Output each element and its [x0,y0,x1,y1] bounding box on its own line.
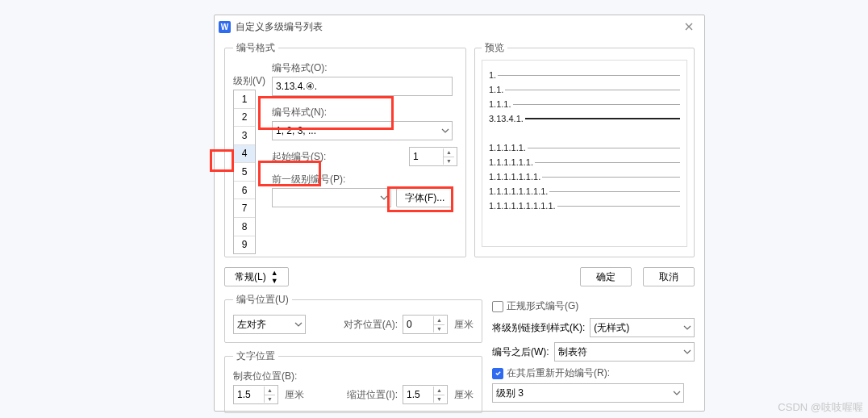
fieldset-legend: 编号格式 [233,41,278,55]
level-item-selected[interactable]: 4 [234,145,255,164]
restart-level-combo[interactable]: 级别 3 [492,383,684,403]
preview-line: 1.1.1. [489,99,511,109]
level-item[interactable]: 5 [234,163,255,182]
chevron-down-icon [683,346,691,357]
normal-button-label: 常规(L) [235,270,266,284]
font-button[interactable]: 字体(F)... [396,188,453,207]
tab-pos-spinner[interactable]: 1.5 ▲▼ [233,385,278,404]
titlebar: W 自定义多级编号列表 [215,15,704,38]
number-format-value: 3.13.4.④. [276,81,317,92]
align-combo[interactable]: 左对齐 [233,315,306,334]
align-pos-value: 0 [407,319,412,330]
app-icon: W [219,21,231,33]
unit-label: 厘米 [454,318,474,332]
spin-down-icon[interactable]: ▼ [433,395,444,403]
regular-form-option[interactable]: 正规形式编号(G) [492,299,695,313]
level-item[interactable]: 3 [234,127,255,145]
restart-option[interactable]: 在其后重新开始编号(R): [492,366,695,380]
align-pos-label: 对齐位置(A): [344,318,398,332]
preview-line: 3.13.4.1. [489,114,524,123]
start-at-label: 起始编号(S): [272,150,326,164]
level-list[interactable]: 1 2 3 4 5 6 7 8 9 [233,90,256,254]
fieldset-legend: 文字位置 [233,349,278,363]
preview-box: 1. 1.1. 1.1.1. 3.13.4.1. 1.1.1.1.1. 1.1.… [482,60,687,247]
link-style-combo[interactable]: (无样式) [590,318,695,337]
checkbox-icon [492,301,503,312]
level-item[interactable]: 7 [234,199,255,218]
indent-value: 1.5 [407,389,420,400]
preview-line: 1.1.1.1.1.1.1.1. [489,186,548,196]
preview-line: 1.1.1.1.1.1.1.1.1. [489,201,556,211]
prev-level-combo[interactable] [272,188,391,207]
chevron-down-icon [673,387,681,399]
number-style-value: 1, 2, 3, ... [276,125,316,136]
preview-line: 1.1.1.1.1.1.1. [489,172,540,182]
start-at-value: 1 [413,151,419,162]
align-value: 左对齐 [237,318,266,332]
tab-pos-label: 制表位位置(B): [233,370,474,383]
fieldset-legend: 编号位置(U) [233,293,292,307]
link-style-value: (无样式) [594,321,629,335]
after-number-value: 制表符 [558,345,587,359]
tab-pos-value: 1.5 [237,389,251,400]
number-style-combo[interactable]: 1, 2, 3, ... [272,121,453,140]
link-style-label: 将级别链接到样式(K): [492,321,585,335]
indent-spinner[interactable]: 1.5 ▲▼ [403,385,448,404]
preview-line: 1. [489,70,496,80]
cancel-button[interactable]: 取消 [643,267,695,286]
preview-line: 1.1. [489,85,503,94]
number-format-fieldset: 编号格式 级别(V) 1 2 3 4 5 6 7 8 9 [224,41,466,257]
level-item[interactable]: 8 [234,218,255,236]
number-position-fieldset: 编号位置(U) 左对齐 对齐位置(A): 0 ▲▼ 厘米 [224,293,482,343]
level-item[interactable]: 2 [234,109,255,127]
level-item[interactable]: 9 [234,236,255,254]
unit-label: 厘米 [454,388,474,402]
close-icon [685,23,693,31]
text-position-fieldset: 文字位置 制表位位置(B): 1.5 ▲▼ 厘米 缩进位置(I): 1.5 ▲▼ [224,349,482,413]
preview-fieldset: 预览 1. 1.1. 1.1.1. 3.13.4.1. 1.1.1.1.1. 1… [474,41,695,257]
align-pos-spinner[interactable]: 0 ▲▼ [403,315,448,334]
preview-line: 1.1.1.1.1.1. [489,157,533,167]
normal-button[interactable]: 常规(L) ▲▼ [224,267,289,286]
number-format-input[interactable]: 3.13.4.④. [272,77,453,96]
restart-label: 在其后重新开始编号(R): [507,366,610,380]
level-item[interactable]: 1 [234,90,255,109]
spin-up-icon[interactable]: ▲ [433,316,444,325]
updown-icon: ▲▼ [271,269,278,285]
chevron-down-icon [380,192,388,203]
spin-down-icon[interactable]: ▼ [264,395,275,403]
level-label: 级别(V) [233,74,265,88]
ok-button[interactable]: 确定 [580,267,632,286]
after-number-label: 编号之后(W): [492,345,549,359]
restart-level-value: 级别 3 [496,387,524,400]
chevron-down-icon [683,322,691,333]
checkbox-checked-icon [492,368,503,379]
level-item[interactable]: 6 [234,182,255,200]
dialog: W 自定义多级编号列表 编号格式 级别(V) 1 2 3 4 5 6 [214,15,705,412]
spin-up-icon[interactable]: ▲ [433,387,444,395]
chevron-down-icon [294,319,303,330]
fieldset-legend: 预览 [482,41,507,55]
spin-up-icon[interactable]: ▲ [264,387,275,395]
spin-down-icon[interactable]: ▼ [443,157,454,165]
spin-up-icon[interactable]: ▲ [443,148,454,157]
watermark: CSDN @吱吱喔喔 [778,400,863,415]
spin-down-icon[interactable]: ▼ [433,325,444,333]
close-button[interactable] [678,18,699,36]
preview-line: 1.1.1.1.1. [489,143,526,153]
indent-label: 缩进位置(I): [347,388,398,402]
chevron-down-icon [441,125,449,136]
dialog-title: 自定义多级编号列表 [236,20,678,34]
after-number-combo[interactable]: 制表符 [554,342,695,362]
start-at-spinner[interactable]: 1 ▲▼ [409,147,457,166]
regular-form-label: 正规形式编号(G) [507,299,578,313]
unit-label: 厘米 [285,388,304,402]
number-style-label: 编号样式(N): [272,106,457,119]
number-format-label: 编号格式(O): [272,61,457,75]
prev-level-label: 前一级别编号(P): [272,173,457,186]
